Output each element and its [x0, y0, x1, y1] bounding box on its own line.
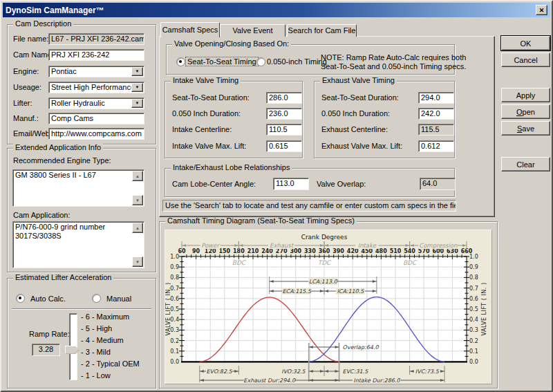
cam-description-title: Cam Description: [13, 19, 73, 28]
svg-text:0.4: 0.4: [469, 317, 478, 323]
svg-text:180: 180: [233, 248, 245, 254]
engine-select[interactable]: Pontiac▼: [48, 66, 144, 77]
intake-valve-max-lift-label: Intake Valve Max. Lift:: [172, 142, 246, 150]
seat-to-seat-radio[interactable]: [176, 57, 185, 66]
manual-label[interactable]: Manual: [106, 295, 131, 303]
svg-text:0.5: 0.5: [170, 306, 179, 312]
svg-text:0.2: 0.2: [170, 338, 179, 344]
tab-camshaft-specs[interactable]: Camshaft Specs: [160, 22, 220, 37]
cam-application-label: Cam Application:: [13, 211, 71, 219]
svg-text:Crank Degrees: Crank Degrees: [301, 234, 348, 241]
inch-timing-label[interactable]: 0.050-inch Timing: [267, 57, 327, 66]
tab-valve-event-timing[interactable]: Valve Event Timing: [220, 24, 285, 37]
lobe-center-angle-input[interactable]: 113.0: [273, 178, 309, 190]
file-name-input: L67 - PRJ XFI 236-242.cam: [48, 33, 144, 45]
manuf-input[interactable]: Comp Cams: [48, 113, 144, 124]
svg-text:0.9: 0.9: [170, 264, 179, 270]
svg-text:390: 390: [332, 248, 344, 254]
engine-type-value: GM 3800 Series II - L67: [13, 170, 144, 180]
extended-info-title: Extended Application Info: [13, 143, 103, 151]
chart-title: Camshaft Timing Diagram (Seat-To-Seat Ti…: [165, 216, 357, 225]
svg-text:360: 360: [319, 248, 330, 254]
0-050-inch-duration-label: 0.050 Inch Duration:: [321, 109, 390, 118]
title-bar: DynoSim CamManager™ ✕: [3, 3, 550, 17]
svg-text:VALVE LIFT ( IN. ): VALVE LIFT ( IN. ): [165, 282, 171, 335]
svg-text:BDC: BDC: [403, 259, 418, 266]
svg-text:150: 150: [218, 248, 230, 254]
svg-text:0.7: 0.7: [170, 286, 179, 292]
intake-centerline-input[interactable]: 110.5: [266, 124, 302, 136]
svg-text:ECA:115.5: ECA:115.5: [283, 288, 312, 295]
dialog-window: DynoSim CamManager™ ✕ Cam Description Fi…: [0, 0, 553, 392]
slider-scale-label: - 2 - Typical OEM: [81, 360, 140, 368]
valve-basis-title: Valve Opening/Closing Based On:: [172, 39, 291, 48]
dropdown-arrow-icon[interactable]: ▼: [131, 67, 143, 76]
camshaft-timing-chart: BDCTDCBDC6090120150180210240270300330360…: [165, 230, 492, 384]
cam-name-label: Cam Name:: [13, 50, 54, 59]
dropdown-arrow-icon[interactable]: ▼: [131, 99, 143, 108]
ramp-rate-value: 3.28: [32, 344, 60, 356]
lifter-acceleration-group: Estimated Lifter Acceleration Auto Calc.…: [7, 278, 156, 389]
svg-text:300: 300: [290, 248, 301, 254]
extended-info-group: Extended Application Info Recommended En…: [7, 148, 156, 272]
svg-text:240: 240: [261, 248, 273, 254]
save-button[interactable]: Save: [501, 121, 550, 136]
lifter-acceleration-title: Estimated Lifter Acceleration: [13, 273, 113, 281]
scroll-up-icon[interactable]: ▲: [132, 171, 143, 181]
lobe-center-angle-label: Cam Lobe-Center Angle:: [172, 180, 256, 188]
svg-text:Exhaust Dur:294.0: Exhaust Dur:294.0: [243, 377, 296, 384]
svg-text:0.0: 0.0: [170, 359, 179, 365]
dropdown-arrow-icon[interactable]: ▼: [131, 83, 143, 92]
svg-text:IVO:32.5: IVO:32.5: [281, 368, 306, 375]
cam-application-textarea[interactable]: P/N76-000-9 grind number 3017S/3038S ▲ ▼: [12, 221, 144, 268]
svg-text:Power: Power: [201, 242, 220, 249]
close-icon[interactable]: ✕: [536, 5, 547, 15]
ok-button[interactable]: OK: [501, 36, 550, 50]
intake-valve-max-lift-input[interactable]: 0.615: [266, 140, 302, 152]
0-050-inch-duration-input[interactable]: 236.0: [266, 108, 302, 120]
svg-text:540: 540: [404, 248, 415, 254]
clear-button[interactable]: Clear: [501, 157, 550, 171]
svg-text:0.7: 0.7: [469, 286, 478, 292]
cam-application-value: P/N76-000-9 grind number 3017S/3038S: [13, 222, 144, 241]
0-050-inch-duration-label: 0.050 Inch Duration:: [172, 109, 241, 118]
svg-text:TDC: TDC: [318, 259, 332, 266]
scroll-up-icon[interactable]: ▲: [132, 223, 143, 233]
useage-select[interactable]: Street High Performance▼: [48, 82, 144, 93]
svg-text:0.9: 0.9: [469, 264, 478, 270]
svg-text:450: 450: [361, 248, 373, 254]
cancel-button[interactable]: Cancel: [501, 53, 550, 67]
manual-radio[interactable]: [92, 294, 101, 303]
lobe-relationships-group: Intake/Exhaust Lobe Relationships Cam Lo…: [165, 168, 455, 197]
svg-text:LCA:113.0: LCA:113.0: [309, 279, 338, 285]
slider-scale-label: - 5 - High: [81, 324, 112, 333]
0-050-inch-duration-input[interactable]: 242.0: [418, 108, 454, 120]
inch-timing-radio[interactable]: [256, 57, 265, 66]
svg-text:60: 60: [178, 248, 186, 254]
seat-to-seat-duration-input[interactable]: 286.0: [266, 92, 302, 104]
tab-search-for-cam-file[interactable]: Search for Cam File: [287, 24, 357, 37]
note-line1: NOTE: Ramp Rate Auto-Calc requires both: [321, 53, 466, 62]
svg-text:420: 420: [347, 248, 359, 254]
open-button[interactable]: Open: [501, 104, 550, 119]
cam-name-input[interactable]: PRJ XFI 236-242: [48, 49, 144, 61]
svg-text:0.4: 0.4: [170, 317, 179, 323]
auto-calc-radio[interactable]: [16, 294, 25, 303]
auto-calc-label[interactable]: Auto Calc.: [30, 295, 66, 303]
svg-text:EVC:31.5: EVC:31.5: [343, 368, 369, 375]
svg-text:330: 330: [304, 248, 316, 254]
seat-to-seat-label[interactable]: Seat-To-Seat Timing: [186, 57, 258, 66]
email-web-input[interactable]: http://www.compcams.com: [48, 128, 144, 140]
exhaust-centerline-value: 115.5: [418, 124, 454, 136]
exhaust-valve-max-lift-input[interactable]: 0.612: [418, 140, 454, 152]
scroll-down-icon[interactable]: ▼: [132, 256, 143, 267]
valve-overlap-value: 64.0: [420, 178, 456, 190]
lifter-select[interactable]: Roller Hydraulic▼: [48, 97, 144, 109]
svg-text:1.0: 1.0: [170, 254, 179, 260]
seat-to-seat-duration-input[interactable]: 294.0: [418, 92, 454, 104]
lifter-label: Lifter:: [13, 99, 32, 107]
scroll-down-icon[interactable]: ▼: [132, 195, 143, 205]
lobe-relationships-title: Intake/Exhaust Lobe Relationships: [171, 163, 292, 171]
engine-type-textarea[interactable]: GM 3800 Series II - L67 ▲ ▼: [12, 169, 144, 207]
apply-button[interactable]: Apply: [501, 88, 550, 102]
